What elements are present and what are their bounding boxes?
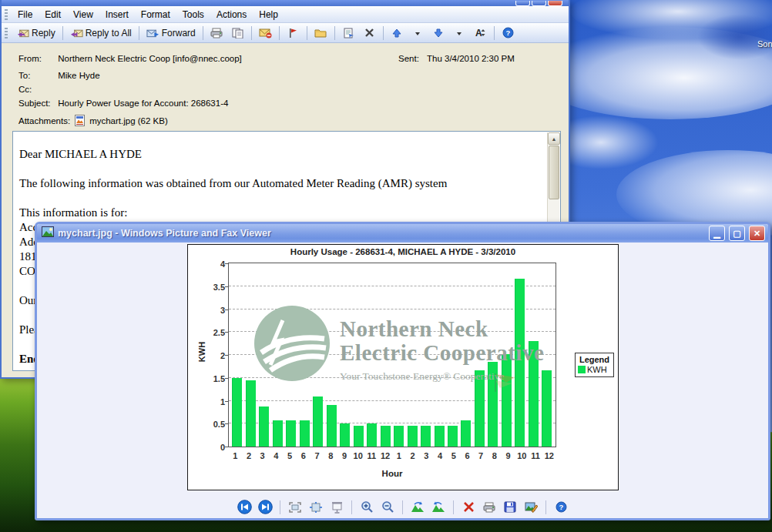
svg-text:?: ? bbox=[559, 503, 563, 511]
subject-row: Subject: Hourly Power Usage for Account:… bbox=[18, 99, 228, 108]
toolbar-separator bbox=[203, 26, 203, 40]
menu-file[interactable]: File bbox=[12, 8, 39, 22]
to-row: To: Mike Hyde bbox=[18, 71, 100, 80]
rotate-clockwise-icon[interactable] bbox=[410, 500, 425, 514]
bar-hour-8-am bbox=[327, 405, 337, 447]
toolbar-separator bbox=[383, 26, 384, 40]
from-value: Northern Neck Electric Coop [info@nnec.c… bbox=[58, 54, 242, 63]
reply-all-button[interactable]: Reply to All bbox=[67, 25, 135, 40]
from-row: From: Northern Neck Electric Coop [info@… bbox=[18, 54, 242, 63]
attachment-name[interactable]: mychart.jpg (62 KB) bbox=[89, 116, 168, 125]
chart-title: Hourly Usage - 268631-4, MICHAEL A HYDE … bbox=[188, 247, 618, 256]
bar-hour-3-pm bbox=[421, 426, 431, 447]
zoom-in-icon[interactable] bbox=[359, 500, 374, 514]
next-item-dropdown[interactable] bbox=[450, 25, 469, 40]
delete-button[interactable] bbox=[360, 25, 379, 40]
toolbar-separator bbox=[453, 500, 454, 514]
previous-item-dropdown[interactable] bbox=[408, 25, 428, 40]
text-size-button[interactable]: A bbox=[471, 25, 490, 40]
cloud-shadow bbox=[697, 14, 772, 60]
x-tick-label: 8 bbox=[488, 451, 501, 460]
to-label: To: bbox=[18, 71, 55, 80]
menu-help[interactable]: Help bbox=[253, 8, 284, 22]
menu-format[interactable]: Format bbox=[135, 8, 176, 22]
previous-item-button[interactable] bbox=[388, 25, 407, 40]
bar-hour-3-am bbox=[259, 407, 269, 447]
bar-hour-2-am bbox=[246, 380, 256, 447]
dropdown-icon bbox=[453, 27, 466, 38]
svg-text:?: ? bbox=[505, 28, 510, 37]
y-tick-label: 3 bbox=[193, 306, 225, 315]
move-to-folder-button[interactable] bbox=[311, 25, 331, 40]
create-rule-button[interactable] bbox=[339, 25, 358, 40]
down-arrow-icon bbox=[432, 27, 445, 38]
zoom-out-icon[interactable] bbox=[380, 500, 395, 514]
junk-mail-icon bbox=[259, 27, 272, 38]
bar-hour-10-am bbox=[354, 426, 364, 447]
bar-hour-8-pm bbox=[488, 362, 498, 447]
bar-series bbox=[229, 263, 556, 447]
previous-image-icon[interactable] bbox=[237, 500, 252, 514]
from-label: From: bbox=[18, 54, 55, 63]
save-icon[interactable] bbox=[502, 500, 518, 514]
svg-text:A: A bbox=[475, 28, 482, 38]
attachments-label: Attachments: bbox=[18, 116, 70, 125]
flag-button[interactable] bbox=[284, 25, 303, 40]
next-image-icon[interactable] bbox=[257, 500, 273, 514]
close-button[interactable]: ✕ bbox=[749, 226, 765, 241]
x-tick-label: 1 bbox=[392, 451, 405, 460]
maximize-button[interactable]: ▢ bbox=[729, 226, 745, 241]
delete-icon[interactable] bbox=[461, 500, 476, 514]
cloud bbox=[570, 0, 772, 38]
next-item-button[interactable] bbox=[429, 25, 448, 40]
desktop-icon-label[interactable]: Son bbox=[757, 39, 772, 49]
email-titlebar[interactable] bbox=[2, 0, 569, 6]
x-tick-label: 12 bbox=[379, 451, 392, 460]
chart-image: Hourly Usage - 268631-4, MICHAEL A HYDE … bbox=[187, 244, 619, 490]
print-icon[interactable] bbox=[482, 500, 497, 514]
legend-title: Legend bbox=[578, 355, 611, 364]
y-tick-label: 4 bbox=[193, 259, 225, 269]
close-button[interactable] bbox=[548, 1, 562, 6]
chart-legend: Legend KWH bbox=[575, 353, 614, 377]
menu-view[interactable]: View bbox=[67, 8, 99, 22]
forward-button-label: Forward bbox=[162, 28, 196, 38]
toolbar-separator bbox=[351, 500, 352, 514]
viewer-titlebar[interactable]: mychart.jpg - Windows Picture and Fax Vi… bbox=[37, 224, 768, 243]
x-tick-label: 3 bbox=[420, 451, 433, 460]
dropdown-icon bbox=[411, 27, 425, 38]
edit-icon[interactable] bbox=[523, 500, 539, 514]
best-fit-icon[interactable] bbox=[287, 500, 303, 514]
forward-icon bbox=[146, 27, 159, 38]
print-button[interactable] bbox=[207, 25, 227, 40]
bar-hour-1-pm bbox=[394, 426, 404, 447]
junk-mail-button[interactable] bbox=[256, 25, 275, 40]
viewer-content-area: Hourly Usage - 268631-4, MICHAEL A HYDE … bbox=[37, 243, 768, 518]
menu-tools[interactable]: Tools bbox=[176, 8, 210, 22]
folder-icon bbox=[314, 27, 327, 38]
x-tick-label: 5 bbox=[447, 451, 460, 460]
scrollbar-thumb[interactable] bbox=[549, 146, 559, 199]
menu-actions[interactable]: Actions bbox=[210, 8, 253, 22]
minimize-button[interactable]: ▁ bbox=[709, 226, 725, 241]
minimize-button[interactable] bbox=[515, 1, 530, 6]
menu-insert[interactable]: Insert bbox=[99, 8, 135, 22]
help-icon[interactable]: ? bbox=[553, 500, 569, 514]
plot-area bbox=[228, 263, 556, 447]
scroll-up-icon[interactable]: ▲ bbox=[548, 132, 560, 145]
reply-button[interactable]: Reply bbox=[13, 25, 59, 40]
help-button[interactable]: ? bbox=[498, 25, 518, 40]
bar-hour-12-pm bbox=[542, 370, 552, 447]
maximize-button[interactable] bbox=[532, 1, 546, 6]
actual-size-icon[interactable] bbox=[308, 500, 324, 514]
sent-label: Sent: bbox=[398, 54, 425, 63]
rotate-counterclockwise-icon[interactable] bbox=[431, 500, 446, 514]
start-slideshow-icon[interactable] bbox=[329, 500, 344, 514]
copy-button[interactable] bbox=[228, 25, 247, 40]
bar-hour-9-am bbox=[340, 423, 350, 447]
up-arrow-icon bbox=[391, 27, 404, 38]
x-tick-label: 5 bbox=[284, 451, 297, 460]
forward-button[interactable]: Forward bbox=[143, 25, 199, 40]
menu-edit[interactable]: Edit bbox=[39, 8, 67, 22]
x-tick-label: 2 bbox=[242, 451, 255, 460]
